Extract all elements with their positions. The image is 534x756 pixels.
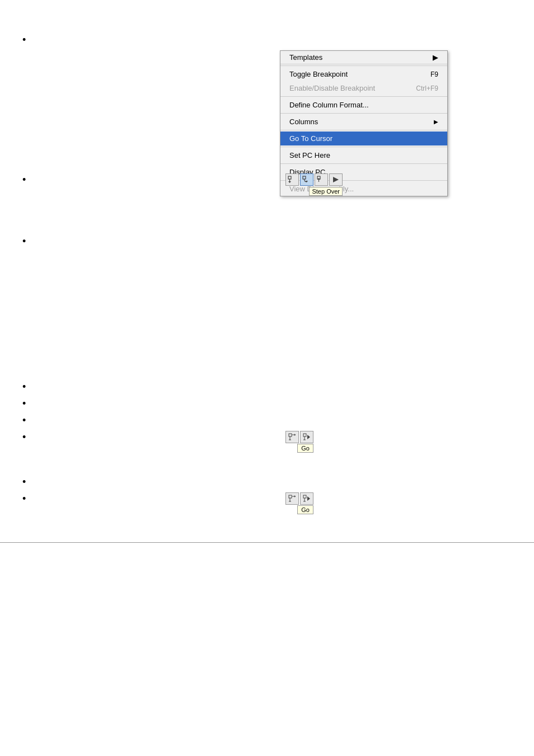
go-toolbar1-container: Go [280, 431, 313, 453]
go-icon-2 [302, 495, 311, 503]
menu-sep-5 [280, 163, 447, 164]
bullet-section-1: • Templates ▶ Toggle Breakpoint F9 Enabl… [22, 34, 512, 157]
menu-sep-1 [280, 96, 447, 97]
menu-item-go-to-cursor[interactable]: Go To Cursor [280, 132, 447, 145]
svg-rect-14 [303, 434, 306, 436]
step-out-button[interactable] [315, 173, 328, 186]
menu-sep-2 [280, 113, 447, 114]
menu-shortcut: F9 [430, 71, 438, 78]
svg-rect-18 [289, 495, 292, 498]
svg-rect-9 [289, 434, 292, 436]
step-toolbar-container: Step Over [280, 173, 343, 196]
go-tooltip-2: Go [297, 505, 313, 514]
step-over-icon [302, 176, 311, 184]
menu-item-set-pc-here[interactable]: Set PC Here [280, 148, 447, 162]
text-spacer [22, 280, 512, 381]
menu-arrow-icon: ▶ [434, 119, 438, 125]
bullet-5: • [22, 398, 34, 408]
menu-shortcut: Ctrl+F9 [416, 84, 438, 92]
go-buttons-row1 [285, 431, 313, 443]
menu-item-label: Set PC Here [289, 151, 330, 159]
bullet-2: • [22, 175, 34, 185]
svg-marker-17 [307, 435, 310, 439]
svg-marker-26 [307, 496, 310, 501]
bullet-section-9: • [22, 492, 512, 532]
go-toolbar1-widget: Go [285, 431, 313, 453]
menu-item-define-column[interactable]: Define Column Format... [280, 98, 447, 112]
go-toolbar2-widget: Go [285, 492, 313, 514]
svg-rect-23 [303, 495, 306, 498]
menu-item-label: Go To Cursor [289, 134, 332, 143]
bullet-section-8: • [22, 476, 512, 487]
go-button-2[interactable] [300, 492, 313, 505]
bullet-8: • [22, 477, 34, 487]
go-button-1[interactable] [300, 431, 313, 443]
bullet-6: • [22, 415, 34, 425]
svg-marker-8 [333, 177, 339, 182]
bottom-rule [0, 542, 534, 543]
stop-button-1[interactable] [285, 431, 299, 443]
bullet-section-6: • [22, 414, 512, 425]
go-icon-1 [302, 433, 311, 441]
bullet-section-5: • [22, 397, 512, 408]
menu-header-label: Templates [289, 53, 322, 62]
step-over-button[interactable] [300, 173, 313, 186]
menu-item-enable-disable[interactable]: Enable/Disable Breakpoint Ctrl+F9 [280, 81, 447, 95]
svg-marker-13 [294, 434, 296, 436]
bullet-section-4: • [22, 381, 512, 392]
menu-sep-0 [280, 65, 447, 66]
step-into-icon [288, 176, 297, 184]
menu-item-label: Toggle Breakpoint [289, 70, 348, 78]
go-buttons-row2 [285, 492, 313, 505]
stop-button-2[interactable] [285, 492, 299, 505]
bullet-1: • [22, 35, 34, 45]
bullet-7: • [22, 432, 34, 442]
bullet-section-2: • [22, 173, 512, 218]
stop-icon-1 [288, 433, 297, 441]
menu-sep-4 [280, 147, 447, 147]
menu-item-label: Columns [289, 118, 318, 126]
bullet-3: • [22, 236, 34, 246]
page-content: • Templates ▶ Toggle Breakpoint F9 Enabl… [0, 0, 534, 560]
step-out-icon [317, 176, 326, 184]
go-tooltip-1: Go [297, 444, 313, 453]
bullet-section-3: • [22, 235, 512, 263]
menu-sep-3 [280, 130, 447, 130]
menu-item-label: Enable/Disable Breakpoint [289, 84, 375, 92]
menu-header: Templates ▶ [280, 51, 447, 64]
stop-icon-2 [288, 495, 297, 503]
svg-marker-2 [288, 181, 291, 183]
run-icon [331, 176, 340, 184]
svg-marker-22 [294, 495, 296, 497]
menu-item-columns[interactable]: Columns ▶ [280, 115, 447, 129]
step-over-tooltip: Step Over [309, 187, 343, 196]
svg-rect-0 [288, 176, 291, 179]
menu-header-arrow: ▶ [433, 53, 438, 62]
toolbar-buttons-row [285, 173, 343, 186]
svg-rect-3 [303, 176, 306, 179]
step-toolbar-widget: Step Over [285, 173, 343, 196]
bullet-9: • [22, 494, 34, 504]
menu-item-label: Define Column Format... [289, 101, 369, 109]
menu-item-toggle-breakpoint[interactable]: Toggle Breakpoint F9 [280, 67, 447, 81]
go-toolbar2-container: Go [280, 492, 313, 514]
step-into-button[interactable] [285, 173, 299, 186]
bullet-section-7: • [22, 431, 512, 470]
run-button[interactable] [329, 173, 343, 186]
bullet-4: • [22, 382, 34, 392]
